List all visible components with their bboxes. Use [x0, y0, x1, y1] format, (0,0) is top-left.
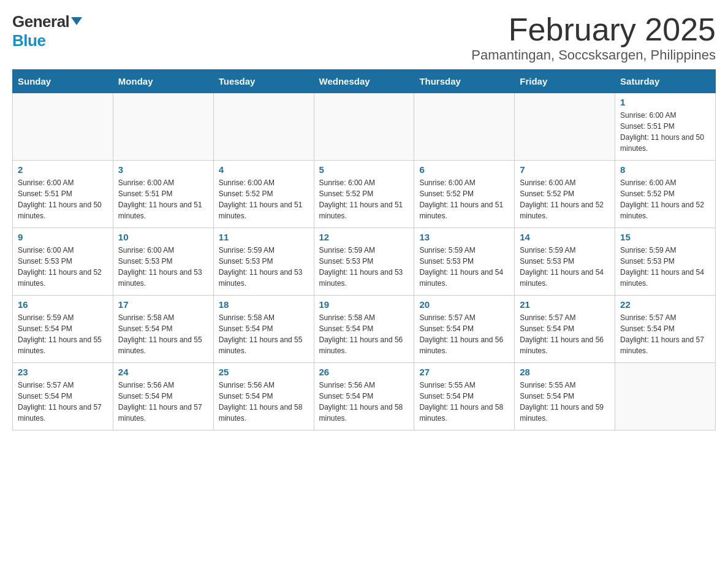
day-number: 24: [118, 367, 208, 377]
calendar-week-row: 1Sunrise: 6:00 AM Sunset: 5:51 PM Daylig…: [13, 93, 716, 161]
day-info: Sunrise: 5:59 AM Sunset: 5:53 PM Dayligh…: [219, 245, 309, 289]
day-info: Sunrise: 5:55 AM Sunset: 5:54 PM Dayligh…: [520, 380, 610, 424]
calendar-day-cell: 18Sunrise: 5:58 AM Sunset: 5:54 PM Dayli…: [213, 296, 314, 363]
day-info: Sunrise: 6:00 AM Sunset: 5:51 PM Dayligh…: [118, 177, 208, 221]
calendar-table: Sunday Monday Tuesday Wednesday Thursday…: [12, 69, 716, 431]
day-number: 6: [419, 164, 509, 175]
day-number: 7: [520, 164, 610, 175]
calendar-day-cell: 16Sunrise: 5:59 AM Sunset: 5:54 PM Dayli…: [13, 296, 113, 363]
calendar-day-cell: 4Sunrise: 6:00 AM Sunset: 5:52 PM Daylig…: [213, 161, 314, 228]
day-number: 20: [419, 299, 509, 310]
weekday-header-row: Sunday Monday Tuesday Wednesday Thursday…: [13, 70, 716, 93]
calendar-day-cell: [213, 93, 314, 161]
page-title: February 2025: [471, 12, 716, 47]
calendar-day-cell: 21Sunrise: 5:57 AM Sunset: 5:54 PM Dayli…: [515, 296, 615, 363]
calendar-day-cell: 1Sunrise: 6:00 AM Sunset: 5:51 PM Daylig…: [615, 93, 716, 161]
day-info: Sunrise: 6:00 AM Sunset: 5:52 PM Dayligh…: [520, 177, 610, 221]
day-number: 26: [319, 367, 409, 377]
day-info: Sunrise: 6:00 AM Sunset: 5:53 PM Dayligh…: [18, 245, 108, 289]
logo-general: General: [12, 12, 82, 31]
calendar-day-cell: [615, 363, 716, 431]
day-info: Sunrise: 5:57 AM Sunset: 5:54 PM Dayligh…: [419, 312, 509, 356]
day-info: Sunrise: 6:00 AM Sunset: 5:53 PM Dayligh…: [118, 245, 208, 289]
calendar-day-cell: 25Sunrise: 5:56 AM Sunset: 5:54 PM Dayli…: [213, 363, 314, 431]
day-info: Sunrise: 5:59 AM Sunset: 5:53 PM Dayligh…: [520, 245, 610, 289]
calendar-day-cell: 2Sunrise: 6:00 AM Sunset: 5:51 PM Daylig…: [13, 161, 113, 228]
page-subtitle: Pamantingan, Soccsksargen, Philippines: [471, 47, 716, 63]
day-number: 9: [18, 232, 108, 242]
logo-blue: Blue: [12, 31, 82, 50]
calendar-day-cell: [314, 93, 414, 161]
calendar-week-row: 16Sunrise: 5:59 AM Sunset: 5:54 PM Dayli…: [13, 296, 716, 363]
calendar-day-cell: 12Sunrise: 5:59 AM Sunset: 5:53 PM Dayli…: [314, 228, 414, 296]
day-info: Sunrise: 5:59 AM Sunset: 5:53 PM Dayligh…: [419, 245, 509, 289]
day-number: 5: [319, 164, 409, 175]
day-number: 13: [419, 232, 509, 242]
day-number: 28: [520, 367, 610, 377]
header-sunday: Sunday: [13, 70, 113, 93]
calendar-day-cell: 26Sunrise: 5:56 AM Sunset: 5:54 PM Dayli…: [314, 363, 414, 431]
header-thursday: Thursday: [414, 70, 515, 93]
day-info: Sunrise: 6:00 AM Sunset: 5:52 PM Dayligh…: [419, 177, 509, 221]
logo-triangle-icon: [71, 17, 82, 25]
day-number: 4: [219, 164, 309, 175]
calendar-day-cell: 17Sunrise: 5:58 AM Sunset: 5:54 PM Dayli…: [113, 296, 213, 363]
day-info: Sunrise: 5:56 AM Sunset: 5:54 PM Dayligh…: [219, 380, 309, 424]
day-number: 21: [520, 299, 610, 310]
day-info: Sunrise: 5:58 AM Sunset: 5:54 PM Dayligh…: [219, 312, 309, 356]
calendar-day-cell: 5Sunrise: 6:00 AM Sunset: 5:52 PM Daylig…: [314, 161, 414, 228]
day-number: 2: [18, 164, 108, 175]
header-wednesday: Wednesday: [314, 70, 414, 93]
calendar-body: 1Sunrise: 6:00 AM Sunset: 5:51 PM Daylig…: [13, 93, 716, 431]
day-number: 18: [219, 299, 309, 310]
logo: General Blue: [12, 12, 82, 50]
day-number: 10: [118, 232, 208, 242]
calendar-day-cell: 20Sunrise: 5:57 AM Sunset: 5:54 PM Dayli…: [414, 296, 515, 363]
day-info: Sunrise: 5:59 AM Sunset: 5:53 PM Dayligh…: [319, 245, 409, 289]
header-monday: Monday: [113, 70, 213, 93]
day-number: 23: [18, 367, 108, 377]
day-number: 25: [219, 367, 309, 377]
page-header: General Blue February 2025 Pamantingan, …: [12, 12, 716, 63]
day-info: Sunrise: 5:57 AM Sunset: 5:54 PM Dayligh…: [520, 312, 610, 356]
day-info: Sunrise: 6:00 AM Sunset: 5:51 PM Dayligh…: [620, 110, 710, 154]
calendar-day-cell: 11Sunrise: 5:59 AM Sunset: 5:53 PM Dayli…: [213, 228, 314, 296]
calendar-day-cell: 24Sunrise: 5:56 AM Sunset: 5:54 PM Dayli…: [113, 363, 213, 431]
calendar-day-cell: 7Sunrise: 6:00 AM Sunset: 5:52 PM Daylig…: [515, 161, 615, 228]
day-number: 27: [419, 367, 509, 377]
header-tuesday: Tuesday: [213, 70, 314, 93]
day-number: 14: [520, 232, 610, 242]
day-info: Sunrise: 5:57 AM Sunset: 5:54 PM Dayligh…: [620, 312, 710, 356]
calendar-day-cell: 15Sunrise: 5:59 AM Sunset: 5:53 PM Dayli…: [615, 228, 716, 296]
day-number: 11: [219, 232, 309, 242]
header-saturday: Saturday: [615, 70, 716, 93]
day-info: Sunrise: 5:59 AM Sunset: 5:54 PM Dayligh…: [18, 312, 108, 356]
day-info: Sunrise: 5:59 AM Sunset: 5:53 PM Dayligh…: [620, 245, 710, 289]
day-number: 19: [319, 299, 409, 310]
day-info: Sunrise: 6:00 AM Sunset: 5:52 PM Dayligh…: [620, 177, 710, 221]
calendar-day-cell: 14Sunrise: 5:59 AM Sunset: 5:53 PM Dayli…: [515, 228, 615, 296]
calendar-day-cell: 8Sunrise: 6:00 AM Sunset: 5:52 PM Daylig…: [615, 161, 716, 228]
day-info: Sunrise: 5:55 AM Sunset: 5:54 PM Dayligh…: [419, 380, 509, 424]
day-info: Sunrise: 6:00 AM Sunset: 5:52 PM Dayligh…: [219, 177, 309, 221]
calendar-day-cell: [113, 93, 213, 161]
day-info: Sunrise: 6:00 AM Sunset: 5:52 PM Dayligh…: [319, 177, 409, 221]
calendar-header: Sunday Monday Tuesday Wednesday Thursday…: [13, 70, 716, 93]
day-number: 17: [118, 299, 208, 310]
day-info: Sunrise: 5:56 AM Sunset: 5:54 PM Dayligh…: [319, 380, 409, 424]
calendar-day-cell: 6Sunrise: 6:00 AM Sunset: 5:52 PM Daylig…: [414, 161, 515, 228]
day-number: 12: [319, 232, 409, 242]
calendar-day-cell: [515, 93, 615, 161]
day-info: Sunrise: 5:58 AM Sunset: 5:54 PM Dayligh…: [118, 312, 208, 356]
day-number: 1: [620, 97, 710, 107]
calendar-day-cell: 28Sunrise: 5:55 AM Sunset: 5:54 PM Dayli…: [515, 363, 615, 431]
calendar-day-cell: [414, 93, 515, 161]
day-number: 22: [620, 299, 710, 310]
day-number: 3: [118, 164, 208, 175]
calendar-day-cell: 22Sunrise: 5:57 AM Sunset: 5:54 PM Dayli…: [615, 296, 716, 363]
day-number: 8: [620, 164, 710, 175]
calendar-day-cell: 10Sunrise: 6:00 AM Sunset: 5:53 PM Dayli…: [113, 228, 213, 296]
day-info: Sunrise: 5:56 AM Sunset: 5:54 PM Dayligh…: [118, 380, 208, 424]
calendar-week-row: 23Sunrise: 5:57 AM Sunset: 5:54 PM Dayli…: [13, 363, 716, 431]
calendar-day-cell: 23Sunrise: 5:57 AM Sunset: 5:54 PM Dayli…: [13, 363, 113, 431]
